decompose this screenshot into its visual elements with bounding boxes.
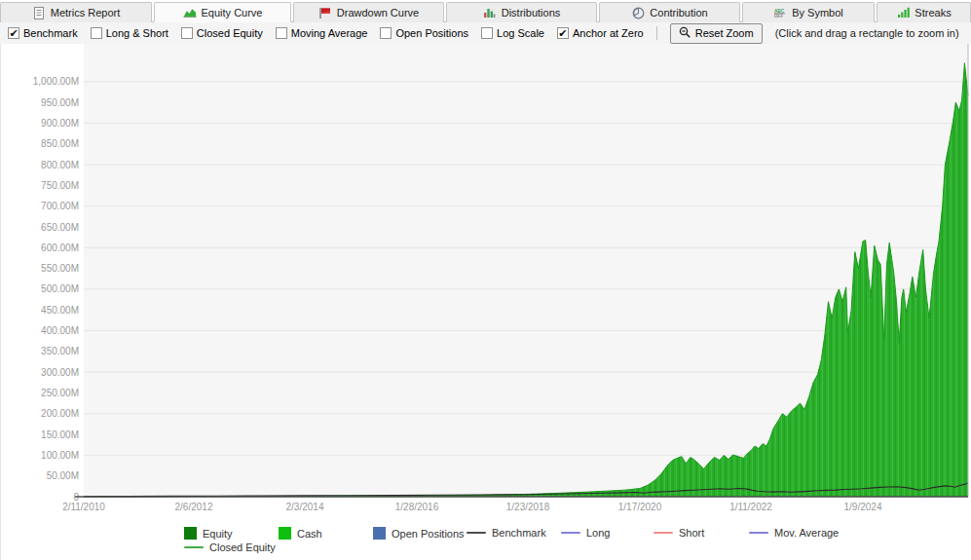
checkbox-label: Moving Average [291,27,368,39]
legend-label: Closed Equity [209,541,276,553]
drawdown-flag-icon [318,7,332,19]
legend-swatch-square [279,527,291,540]
equity-curve-chart[interactable]: 050.00M100.00M150.00M200.00M250.00M300.0… [0,44,971,521]
tab-label: By Symbol [792,7,843,19]
y-axis-label: 950.00M [41,97,79,108]
tab-by-symbol[interactable]: ABCDEFBy Symbol [742,2,875,22]
zoom-out-magnifier-icon [679,26,691,41]
unchecked-checkbox-icon[interactable] [380,27,392,39]
checkbox-open-positions[interactable]: Open Positions [380,27,468,39]
equity-chart-icon [183,7,197,19]
unchecked-checkbox-icon[interactable] [481,27,493,39]
y-axis-label: 300.00M [41,367,79,378]
legend-item-benchmark: Benchmark [467,527,546,539]
x-axis-label: 2/11/2010 [62,502,105,512]
legend-item-equity: Equity [184,527,233,540]
y-axis-label: 700.00M [41,201,79,211]
legend-item-open-positions: Open Positions [373,527,465,540]
legend-swatch-square [373,527,386,540]
y-axis-label: 850.00M [41,138,79,149]
legend-swatch-line [561,532,580,534]
svg-text:DEF: DEF [774,14,784,19]
checkbox-moving-average[interactable]: Moving Average [276,27,368,39]
y-axis-label: 600.00M [41,243,79,253]
legend-label: Open Positions [392,528,465,540]
tab-label: Metrics Report [51,7,121,19]
tab-contribution[interactable]: Contribution [599,2,740,22]
tab-label: Drawdown Curve [337,7,419,19]
y-axis-label: 250.00M [41,388,79,398]
y-axis-label: 400.00M [41,325,79,336]
checkbox-log-scale[interactable]: Log Scale [481,27,544,39]
y-axis-label: 650.00M [41,222,79,233]
pie-clock-icon [631,7,645,19]
checkbox-label: Anchor at Zero [573,27,644,39]
y-axis-label: 100.00M [41,450,79,461]
unchecked-checkbox-icon[interactable] [181,27,193,39]
reset-zoom-label: Reset Zoom [695,27,754,39]
y-axis-label: 200.00M [41,408,79,419]
legend-item-cash: Cash [279,527,322,540]
checkbox-long-short[interactable]: Long & Short [91,27,168,39]
tab-label: Contribution [650,7,707,19]
document-icon [32,7,46,19]
y-axis-label: 800.00M [41,160,79,170]
x-axis-label: 1/23/2018 [506,502,550,512]
unchecked-checkbox-icon[interactable] [276,27,287,39]
tab-drawdown-curve[interactable]: Drawdown Curve [293,2,444,22]
tab-equity-curve[interactable]: Equity Curve [154,2,291,22]
legend-swatch-square [184,527,197,540]
x-axis-label: 1/9/2024 [844,502,882,512]
tab-metrics-report[interactable]: Metrics Report [0,2,152,22]
x-axis-label: 1/17/2020 [618,502,662,512]
legend-swatch-line [749,532,768,534]
zoom-hint-text: (Click and drag a rectangle to zoom in) [775,27,959,39]
checked-checkbox-icon[interactable]: ✔ [8,27,19,39]
checkbox-label: Open Positions [395,27,468,39]
tab-distributions[interactable]: Distributions [446,2,597,22]
y-axis-label: 150.00M [41,429,79,440]
legend-label: Equity [203,528,233,540]
y-axis-label: 350.00M [41,346,79,356]
reset-zoom-button[interactable]: Reset Zoom [670,23,763,44]
legend-label: Short [679,527,704,539]
legend-label: Cash [297,528,322,540]
checkbox-label: Benchmark [23,27,78,39]
checkbox-label: Log Scale [497,27,544,39]
legend-item-short: Short [654,527,704,539]
legend-swatch-line [654,532,673,534]
streak-bars-icon [896,7,910,19]
report-tab-bar: Metrics ReportEquity CurveDrawdown Curve… [0,0,971,22]
y-axis-label: 50.00M [47,470,79,481]
chart-legend: EquityCashOpen PositionsBenchmarkLongSho… [0,521,971,560]
toolbar-separator [656,26,657,40]
checked-checkbox-icon[interactable]: ✔ [557,27,569,39]
checkbox-label: Closed Equity [197,27,263,39]
legend-swatch-line [467,532,486,534]
x-axis-label: 1/28/2016 [395,502,439,512]
legend-label: Benchmark [492,527,546,539]
tab-streaks[interactable]: Streaks [877,2,971,22]
tab-label: Distributions [502,7,561,19]
equity-curve-plot[interactable]: 050.00M100.00M150.00M200.00M250.00M300.0… [1,44,971,521]
unchecked-checkbox-icon[interactable] [91,27,102,39]
y-axis-label: 750.00M [41,180,79,191]
y-axis-label: 1,000.00M [33,76,79,87]
checkbox-anchor-at-zero[interactable]: ✔Anchor at Zero [557,27,644,39]
svg-text:ABC: ABC [774,9,785,14]
y-axis-label: 900.00M [41,118,79,129]
checkbox-benchmark[interactable]: ✔Benchmark [8,27,78,39]
checkbox-label: Long & Short [106,27,168,39]
x-axis-label: 2/3/2014 [286,502,324,512]
legend-swatch-line [184,546,204,548]
legend-label: Mov. Average [774,527,839,539]
y-axis-label: 500.00M [41,283,79,294]
tab-label: Streaks [915,7,951,19]
tab-label: Equity Curve [202,7,263,19]
backtest-report-window: Metrics ReportEquity CurveDrawdown Curve… [0,0,971,560]
y-axis-label: 450.00M [41,305,79,316]
legend-item-closed-equity: Closed Equity [184,541,276,553]
x-axis-label: 1/11/2022 [729,502,772,512]
checkbox-closed-equity[interactable]: Closed Equity [181,27,263,39]
legend-label: Long [586,527,610,539]
